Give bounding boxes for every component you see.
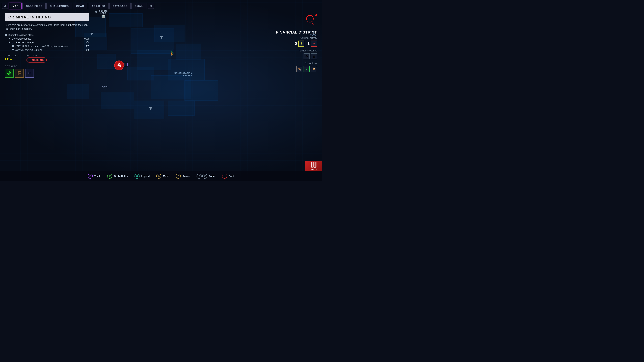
faction-label: FACTION bbox=[26, 54, 46, 57]
nav-triangle bbox=[160, 36, 163, 39]
reward-icons-row: XP bbox=[5, 69, 89, 78]
action-legend[interactable]: ✿ Legend bbox=[134, 174, 150, 179]
svg-rect-5 bbox=[18, 71, 18, 75]
search-count: 0 bbox=[315, 14, 317, 17]
collectible-icon-1: 🪶 bbox=[296, 66, 302, 72]
faction-presence-row: ⚙ ▦ bbox=[270, 53, 317, 59]
tab-database[interactable]: DATABASE bbox=[109, 3, 131, 9]
objectives-list: Disrupt the gang's plans Defeat all enem… bbox=[5, 34, 89, 51]
city-block bbox=[67, 84, 89, 99]
move-label: Move bbox=[163, 175, 169, 177]
back-label: Back bbox=[229, 175, 234, 177]
obj-bullet-1 bbox=[5, 34, 7, 36]
objective-1: Disrupt the gang's plans bbox=[5, 34, 89, 36]
city-block bbox=[109, 13, 142, 27]
tab-challenges[interactable]: CHALLENGES bbox=[46, 3, 72, 9]
city-block bbox=[184, 80, 218, 100]
belfry-button-icon[interactable]: R3 bbox=[107, 174, 112, 179]
reward-icon-diamond bbox=[5, 69, 14, 78]
rotate-label: Rotate bbox=[182, 175, 190, 177]
objective-bonus-2: BONUS: Perform Throws 0/3 bbox=[5, 48, 89, 51]
obj-count-bonus-2: 0/3 bbox=[82, 48, 89, 51]
faction-badge: Regulators bbox=[26, 57, 46, 62]
obj-text-bonus-1: BONUS: Defeat enemies with Heavy Melee A… bbox=[16, 45, 69, 47]
tab-gear[interactable]: GEAR bbox=[73, 3, 88, 9]
difficulty-label: DIFFICULTY bbox=[5, 54, 20, 57]
legend-label: Legend bbox=[141, 175, 150, 177]
svg-text:☠: ☠ bbox=[117, 63, 121, 68]
back-button-icon[interactable]: ○ bbox=[222, 174, 227, 179]
hostage-icon: 🏃 bbox=[12, 41, 14, 43]
move-button-icon[interactable]: ⊙ bbox=[156, 174, 161, 179]
obj-text-1: Disrupt the gang's plans bbox=[8, 34, 34, 36]
city-block bbox=[100, 92, 134, 109]
tab-email[interactable]: EMAIL bbox=[132, 3, 147, 9]
criminal-activity-label: Criminal Activity bbox=[270, 36, 317, 39]
obj-bullet-bonus-1 bbox=[12, 45, 14, 46]
mission-title: CRIMINAL IN HIDING bbox=[8, 15, 51, 19]
obj-bullet-bonus-2 bbox=[12, 49, 14, 50]
action-zoom[interactable]: L2 R2 Zoom bbox=[196, 174, 215, 179]
criminal-activity-exclaim-count: 1 bbox=[308, 41, 310, 46]
search-area[interactable]: 0 bbox=[306, 15, 314, 23]
tab-abilities[interactable]: ABILITIES bbox=[88, 3, 108, 9]
npc-marker-person: 🧍 bbox=[170, 52, 174, 56]
search-icon[interactable] bbox=[306, 15, 314, 22]
union-station-label: UNION STATION BELFRY bbox=[174, 72, 192, 77]
top-navigation: L1 MAP CASE FILES CHALLENGES GEAR ABILIT… bbox=[0, 0, 322, 12]
nav-triangle bbox=[149, 107, 152, 110]
zoom-button-pair: L2 R2 bbox=[196, 174, 207, 179]
city-block bbox=[128, 67, 154, 80]
obj-bullet-3 bbox=[9, 41, 10, 43]
faction-presence-section: Faction Presence ⚙ ▦ bbox=[270, 49, 317, 59]
criminal-activity-unknown-icon: ? bbox=[298, 40, 304, 46]
mission-description: Criminals are preparing to commit a crim… bbox=[5, 23, 89, 31]
obj-text-2: Defeat all enemies bbox=[12, 37, 31, 40]
objective-bonus-1: BONUS: Defeat enemies with Heavy Melee A… bbox=[5, 45, 89, 47]
gcn-label: GCN bbox=[102, 85, 108, 88]
objective-3: 🏃 Free the Hostage 0/1 bbox=[5, 41, 89, 44]
left-panel: CRIMINAL IN HIDING Criminals are prepari… bbox=[5, 13, 89, 78]
obj-text-3: Free the Hostage bbox=[16, 41, 34, 44]
objective-marker-square bbox=[124, 63, 128, 66]
action-go-to-belfry[interactable]: R3 Go To Belfry bbox=[107, 174, 128, 179]
track-button-icon[interactable]: □ bbox=[88, 174, 93, 179]
faction-presence-label: Faction Presence bbox=[270, 49, 317, 52]
mission-marker-skull[interactable]: ☠ bbox=[114, 60, 124, 70]
zoom-l2-icon[interactable]: L2 bbox=[196, 174, 202, 179]
rewards-block: Rewards XP bbox=[5, 65, 89, 78]
criminal-activity-section: Criminal Activity 0 ? 1 bbox=[270, 36, 317, 46]
city-block bbox=[97, 54, 116, 69]
tab-case-files[interactable]: CASE FILES bbox=[22, 3, 46, 9]
action-back[interactable]: ○ Back bbox=[222, 174, 234, 179]
track-label: Track bbox=[94, 175, 100, 177]
faction-icon-1: ⚙ bbox=[304, 53, 310, 59]
reward-icon-xp: XP bbox=[25, 69, 34, 78]
obj-count-bonus-1: 0/2 bbox=[82, 45, 89, 47]
collectibles-section: Collectibles 🪶 ✓ 📦 bbox=[270, 62, 317, 72]
nav-triangle bbox=[90, 33, 94, 35]
l1-button[interactable]: L1 bbox=[2, 3, 8, 9]
zoom-r2-icon[interactable]: R2 bbox=[202, 174, 207, 179]
district-name: FINANCIAL DISTRICT bbox=[270, 30, 317, 34]
collectible-icon-2: ✓ bbox=[304, 66, 310, 72]
svg-point-11 bbox=[314, 44, 314, 45]
collectibles-label: Collectibles bbox=[270, 62, 317, 65]
rotate-button-icon[interactable]: ⊙ bbox=[176, 174, 181, 179]
criminal-activity-row: 0 ? 1 bbox=[270, 40, 317, 46]
legend-button-icon[interactable]: ✿ bbox=[134, 174, 140, 179]
tab-map[interactable]: MAP bbox=[9, 3, 22, 9]
obj-count-3: 0/1 bbox=[82, 41, 89, 44]
obj-text-bonus-2: BONUS: Perform Throws bbox=[16, 48, 42, 51]
collectible-icon-3: 📦 bbox=[311, 66, 317, 72]
action-rotate[interactable]: ⊙ Rotate bbox=[176, 174, 190, 179]
action-track[interactable]: □ Track bbox=[88, 174, 100, 179]
gamer-guides-logo: GAMER GUIDES bbox=[305, 161, 322, 171]
city-block bbox=[176, 43, 201, 60]
belfry-label: Go To Belfry bbox=[114, 175, 128, 177]
r1-button[interactable]: R1 bbox=[148, 3, 154, 9]
city-block bbox=[168, 59, 204, 80]
reward-icon-book bbox=[15, 69, 24, 78]
action-move[interactable]: ⊙ Move bbox=[156, 174, 169, 179]
logo-text-1: GAMER bbox=[311, 167, 317, 169]
